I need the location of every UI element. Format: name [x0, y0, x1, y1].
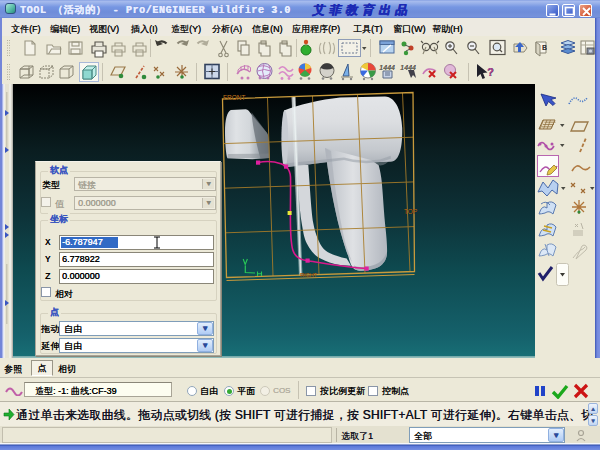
svg-text:FRONT: FRONT — [223, 94, 245, 101]
svg-text:B: B — [542, 44, 547, 51]
svg-text:RIGHT: RIGHT — [300, 272, 318, 278]
svg-text:?: ? — [487, 66, 494, 78]
svg-text:TOP: TOP — [404, 208, 417, 215]
svg-text:1444: 1444 — [400, 64, 416, 71]
svg-text:1444: 1444 — [379, 64, 395, 71]
